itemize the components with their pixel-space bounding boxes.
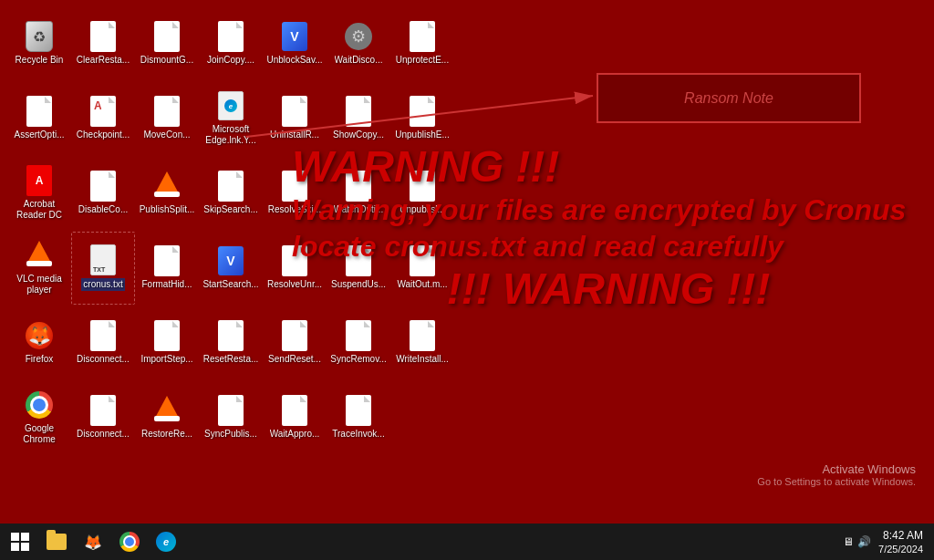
icon-unprotecte[interactable]: UnprotectE... xyxy=(390,7,454,80)
icon-watchopti[interactable]: WatchOpti... xyxy=(327,157,390,230)
firefox-icon: 🦊 xyxy=(83,532,103,552)
icon-waitappro[interactable]: WaitAppro... xyxy=(263,381,327,454)
taskbar-edge-button[interactable]: e xyxy=(150,525,182,558)
taskbar-firefox-button[interactable]: 🦊 xyxy=(77,525,109,558)
icon-vlc[interactable]: VLC media player xyxy=(7,232,71,305)
activate-windows-title: Activate Windows xyxy=(757,462,916,476)
icon-restorere[interactable]: RestoreRe... xyxy=(135,381,199,454)
icon-acrobat[interactable]: A Acrobat Reader DC xyxy=(7,157,71,230)
icon-publishsplit[interactable]: PublishSplit... xyxy=(135,157,199,230)
system-tray: 🖥 🔊 xyxy=(843,535,871,548)
icon-joincopy[interactable]: JoinCopy.... xyxy=(199,7,263,80)
taskbar-left: 🦊 e xyxy=(0,525,182,558)
activate-windows: Activate Windows Go to Settings to activ… xyxy=(757,462,916,487)
icon-disconnect2[interactable]: Disconnect... xyxy=(71,381,135,454)
start-button[interactable] xyxy=(4,525,36,558)
icon-checkpoint[interactable]: A Checkpoint... xyxy=(71,82,135,155)
icon-showcopy[interactable]: ShowCopy... xyxy=(327,82,390,155)
icon-assertopti[interactable]: AssertOpti... xyxy=(7,82,71,155)
tray-network-icon[interactable]: 🖥 xyxy=(843,535,854,548)
ransom-note-label: Ransom Note xyxy=(684,90,773,107)
icon-uninstallr[interactable]: UninstallR... xyxy=(263,82,327,155)
tray-icons: 🖥 🔊 xyxy=(843,535,871,548)
activate-windows-subtitle: Go to Settings to activate Windows. xyxy=(757,476,916,487)
desktop: Recycle Bin ClearResta... DismountG... J… xyxy=(0,0,934,524)
icon-importstep[interactable]: ImportStep... xyxy=(135,306,199,379)
chrome-icon xyxy=(119,532,140,552)
icon-waitdisco[interactable]: ⚙ WaitDisco... xyxy=(327,7,390,80)
icon-skipsearch[interactable]: SkipSearch... xyxy=(199,157,263,230)
icon-startsearch[interactable]: V StartSearch... xyxy=(199,232,263,305)
icon-resolveunr[interactable]: ResolveUnr... xyxy=(263,232,327,305)
icon-firefox[interactable]: Firefox xyxy=(7,306,71,379)
icon-unpublishl[interactable]: Unpublisl... xyxy=(390,157,454,230)
edge-icon: e xyxy=(156,532,176,552)
icon-formathid[interactable]: FormatHid... xyxy=(135,232,199,305)
icon-unpublishe[interactable]: UnpublishE... xyxy=(390,82,454,155)
icon-unblocksav[interactable]: V UnblockSav... xyxy=(263,7,327,80)
clock-time: 8:42 AM xyxy=(878,529,923,544)
files-icon xyxy=(47,534,67,550)
windows-icon xyxy=(4,525,36,558)
icon-sendreset[interactable]: SendReset... xyxy=(263,306,327,379)
icon-traceinvok[interactable]: TraceInvok... xyxy=(327,381,390,454)
icon-resetresta[interactable]: ResetResta... xyxy=(199,306,263,379)
icon-disableco[interactable]: DisableCo... xyxy=(71,157,135,230)
icon-clearresta[interactable]: ClearResta... xyxy=(71,7,135,80)
ransom-note-box[interactable]: Ransom Note xyxy=(597,73,861,123)
icon-dismountg[interactable]: DismountG... xyxy=(135,7,199,80)
icon-suspendus[interactable]: SuspendUs... xyxy=(327,232,390,305)
taskbar-files-button[interactable] xyxy=(40,525,73,558)
icon-chrome[interactable]: Google Chrome xyxy=(7,381,71,454)
icon-syncpublis[interactable]: SyncPublis... xyxy=(199,381,263,454)
icon-resolveski[interactable]: ResolveSki... xyxy=(263,157,327,230)
icon-waitout[interactable]: WaitOut.m... xyxy=(390,232,454,305)
clock[interactable]: 8:42 AM 7/25/2024 xyxy=(878,529,923,555)
icon-recycle-bin[interactable]: Recycle Bin xyxy=(7,7,71,80)
taskbar: 🦊 e 🖥 🔊 8:42 AM 7/25/2024 xyxy=(0,524,934,560)
taskbar-chrome-button[interactable] xyxy=(113,525,146,558)
icon-syncremov[interactable]: SyncRemov... xyxy=(327,306,390,379)
icon-disconnect1[interactable]: Disconnect... xyxy=(71,306,135,379)
taskbar-right: 🖥 🔊 8:42 AM 7/25/2024 xyxy=(843,529,934,555)
icon-microsoft-edge[interactable]: e Microsoft Edge.lnk.Y... xyxy=(199,82,263,155)
icon-cronus-txt[interactable]: cronus.txt xyxy=(71,232,135,305)
icon-writeinstall[interactable]: WriteInstall... xyxy=(390,306,454,379)
clock-date: 7/25/2024 xyxy=(878,544,923,555)
icon-movecon[interactable]: MoveCon... xyxy=(135,82,199,155)
tray-volume-icon[interactable]: 🔊 xyxy=(857,535,871,548)
